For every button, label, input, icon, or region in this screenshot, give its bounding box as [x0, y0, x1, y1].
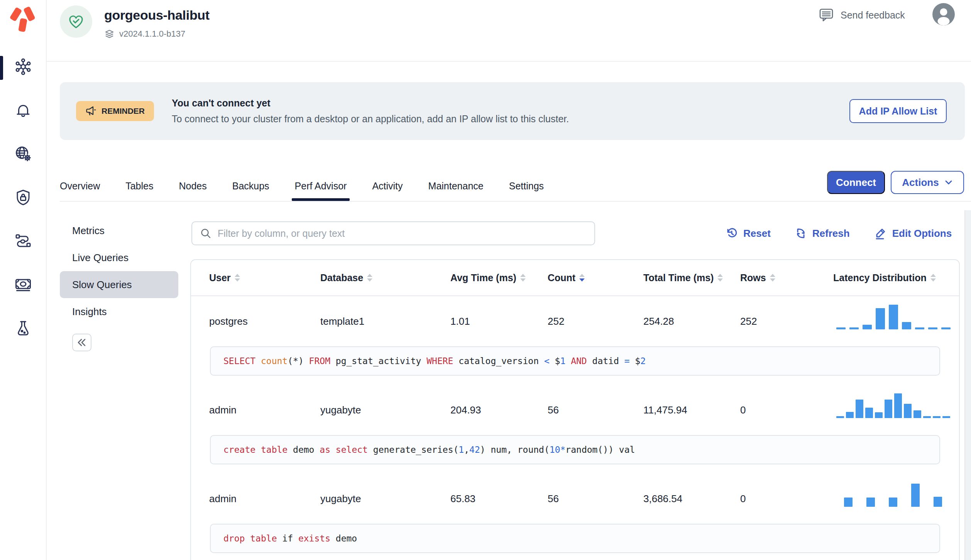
- sql-query-box[interactable]: create table demo as select generate_ser…: [210, 435, 940, 464]
- header-divider: [47, 61, 971, 62]
- yugabyte-logo-icon[interactable]: [9, 5, 36, 35]
- subnav-item-insights[interactable]: Insights: [60, 298, 178, 325]
- table-header-row: User Database Avg Time (ms) Count Total …: [191, 260, 959, 296]
- chevron-down-icon: [944, 178, 953, 187]
- column-header-count[interactable]: Count: [548, 272, 643, 283]
- cell-database: yugabyte: [320, 493, 450, 505]
- subnav-item-metrics[interactable]: Metrics: [60, 217, 178, 244]
- sort-arrows-icon[interactable]: [717, 274, 723, 282]
- vertical-scrollbar[interactable]: [964, 210, 971, 560]
- sort-arrows-icon[interactable]: [235, 274, 240, 282]
- cell-avg-time: 204.93: [450, 404, 548, 416]
- table-row[interactable]: postgres template1 1.01 252 254.28 252: [191, 296, 959, 346]
- column-label: Total Time (ms): [643, 272, 714, 283]
- sql-query-text: SELECT count(*) FROM pg_stat_activity WH…: [223, 356, 646, 366]
- cell-avg-time: 1.01: [450, 315, 548, 327]
- reset-button[interactable]: Reset: [726, 227, 771, 240]
- slow-queries-table: User Database Avg Time (ms) Count Total …: [190, 259, 960, 560]
- sidebar-item-clusters[interactable]: [14, 58, 32, 76]
- sort-arrows-icon[interactable]: [579, 274, 585, 282]
- edit-options-button[interactable]: Edit Options: [874, 227, 952, 240]
- sql-query-text: drop table if exists demo: [223, 533, 357, 543]
- column-header-rows[interactable]: Rows: [740, 272, 833, 283]
- megaphone-icon: [85, 105, 97, 117]
- actions-dropdown-button[interactable]: Actions: [891, 171, 964, 194]
- subnav-item-live-queries[interactable]: Live Queries: [60, 244, 178, 271]
- heart-check-icon: [67, 13, 85, 30]
- cell-database: template1: [320, 315, 450, 327]
- sidebar-item-network[interactable]: [14, 145, 32, 163]
- banner-message: To connect to your cluster from a deskto…: [172, 113, 569, 125]
- column-header-avg-time-ms[interactable]: Avg Time (ms): [450, 272, 548, 283]
- tab-bar-divider: [60, 201, 971, 202]
- sql-query-box[interactable]: SELECT count(*) FROM pg_stat_activity WH…: [210, 346, 940, 376]
- sidebar-item-security[interactable]: [14, 189, 32, 206]
- sort-arrows-icon[interactable]: [520, 274, 526, 282]
- clusters-icon: [14, 58, 32, 76]
- cell-total-time: 254.28: [643, 315, 740, 327]
- cell-avg-time: 65.83: [450, 493, 548, 505]
- cell-count: 56: [548, 493, 643, 505]
- alerts-bell-icon: [14, 101, 32, 119]
- perf-advisor-screen: gorgeous-halibut v2024.1.1.0-b137 Send f…: [0, 0, 971, 560]
- cell-database: yugabyte: [320, 404, 450, 416]
- cluster-health-badge: [60, 5, 92, 38]
- cell-count: 56: [548, 404, 643, 416]
- tab-maintenance[interactable]: Maintenance: [428, 180, 484, 192]
- page-title: gorgeous-halibut: [104, 8, 210, 23]
- table-row[interactable]: admin yugabyte 204.93 56 11,475.94 0: [191, 385, 959, 435]
- labs-flask-icon: [14, 319, 32, 337]
- cell-user: postgres: [209, 315, 320, 327]
- cell-count: 252: [548, 315, 643, 327]
- cell-rows: 0: [740, 404, 833, 416]
- add-ip-allow-list-button[interactable]: Add IP Allow List: [849, 99, 947, 123]
- query-row-group: admin yugabyte 204.93 56 11,475.94 0 cre…: [191, 385, 959, 464]
- tab-settings[interactable]: Settings: [509, 180, 544, 192]
- sidebar-item-integrations[interactable]: [14, 232, 32, 250]
- sidebar-item-labs[interactable]: [14, 319, 32, 337]
- refresh-label: Refresh: [812, 228, 850, 240]
- tab-perf-advisor[interactable]: Perf Advisor: [295, 180, 347, 192]
- column-header-latency-distribution[interactable]: Latency Distribution: [833, 272, 959, 283]
- cluster-tab-bar: OverviewTablesNodesBackupsPerf AdvisorAc…: [60, 170, 544, 202]
- column-header-user[interactable]: User: [209, 272, 320, 283]
- connect-button[interactable]: Connect: [827, 171, 885, 194]
- latency-histogram: [836, 393, 950, 418]
- search-icon: [200, 228, 211, 239]
- user-avatar[interactable]: [932, 3, 955, 25]
- cluster-version: v2024.1.1.0-b137: [104, 29, 185, 39]
- double-chevron-left-icon: [77, 337, 87, 347]
- sort-arrows-icon[interactable]: [930, 274, 936, 282]
- sidebar-item-alerts[interactable]: [14, 101, 32, 119]
- tab-activity[interactable]: Activity: [372, 180, 403, 192]
- send-feedback-button[interactable]: Send feedback: [818, 7, 905, 23]
- reminder-badge: REMINDER: [76, 101, 154, 121]
- tab-nodes[interactable]: Nodes: [179, 180, 206, 192]
- feedback-message-icon: [818, 7, 834, 23]
- latency-histogram: [836, 305, 951, 329]
- sidebar-item-billing[interactable]: [14, 276, 32, 293]
- refresh-button[interactable]: Refresh: [795, 227, 850, 240]
- cell-user: admin: [209, 493, 320, 505]
- edit-options-label: Edit Options: [892, 228, 952, 240]
- tab-overview[interactable]: Overview: [60, 180, 100, 192]
- sort-arrows-icon[interactable]: [367, 274, 372, 282]
- tab-backups[interactable]: Backups: [232, 180, 269, 192]
- edit-pencil-icon: [874, 227, 887, 240]
- subnav-item-slow-queries[interactable]: Slow Queries: [60, 271, 178, 298]
- collapse-subnav-button[interactable]: [72, 334, 91, 351]
- sort-arrows-icon[interactable]: [770, 274, 775, 282]
- sql-query-text: create table demo as select generate_ser…: [223, 445, 635, 455]
- network-globe-gear-icon: [14, 145, 32, 163]
- sql-query-box[interactable]: drop table if exists demo: [210, 524, 940, 553]
- layers-icon: [104, 29, 115, 39]
- reset-label: Reset: [743, 228, 771, 240]
- tab-tables[interactable]: Tables: [125, 180, 153, 192]
- column-label: Avg Time (ms): [450, 272, 516, 283]
- filter-input[interactable]: [218, 228, 587, 239]
- perf-advisor-subnav: MetricsLive QueriesSlow QueriesInsights: [60, 217, 178, 351]
- column-header-database[interactable]: Database: [320, 272, 450, 283]
- column-header-total-time-ms[interactable]: Total Time (ms): [643, 272, 740, 283]
- table-row[interactable]: admin yugabyte 65.83 56 3,686.54 0: [191, 474, 959, 524]
- column-label: User: [209, 272, 231, 283]
